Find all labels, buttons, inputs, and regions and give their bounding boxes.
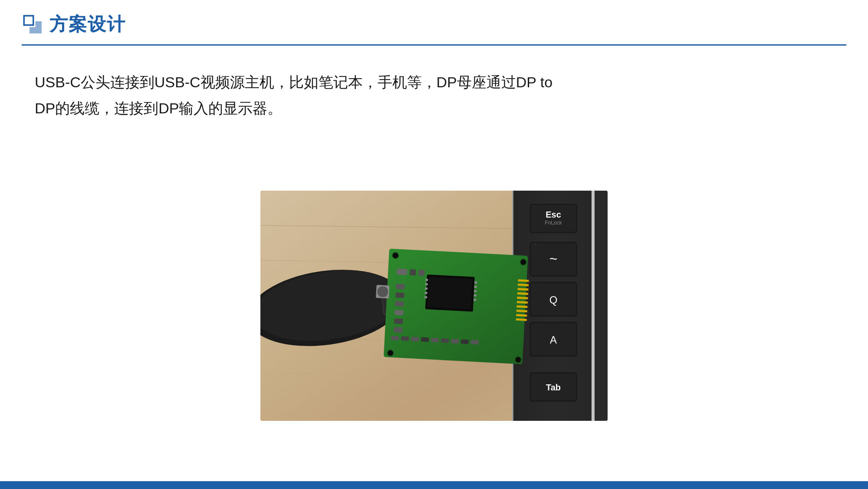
svg-text:`: `	[535, 243, 536, 249]
svg-rect-57	[473, 298, 476, 301]
svg-text:A: A	[550, 334, 557, 346]
header: 方案设计	[0, 0, 868, 46]
svg-rect-67	[397, 268, 408, 275]
description-text: USB-C公头连接到USB-C视频源主机，比如笔记本，手机等，DP母座通过DP …	[35, 69, 833, 121]
svg-rect-59	[401, 336, 409, 341]
svg-rect-70	[396, 284, 405, 289]
svg-rect-72	[395, 301, 404, 307]
svg-rect-49	[425, 283, 428, 285]
svg-rect-62	[431, 337, 439, 342]
svg-rect-73	[395, 310, 404, 315]
svg-rect-66	[471, 340, 479, 344]
svg-rect-54	[474, 285, 477, 287]
svg-rect-3	[25, 17, 33, 24]
svg-rect-51	[425, 291, 427, 294]
title-row: 方案设计	[22, 12, 846, 36]
svg-rect-58	[391, 335, 399, 340]
svg-rect-65	[461, 339, 469, 344]
svg-text:Q: Q	[549, 294, 558, 306]
svg-rect-81	[377, 286, 388, 297]
description-line2: DP的线缆，连接到DP输入的显示器。	[35, 100, 282, 116]
svg-rect-53	[474, 281, 477, 283]
svg-rect-63	[441, 338, 449, 343]
svg-point-76	[392, 252, 399, 258]
svg-rect-56	[473, 294, 476, 296]
svg-rect-55	[474, 290, 477, 292]
svg-point-78	[515, 356, 522, 363]
svg-rect-64	[451, 339, 459, 344]
svg-rect-47	[427, 277, 473, 309]
product-image: Esc FnLock ~ ` Tab Q	[260, 191, 608, 421]
footer-bar	[0, 481, 868, 489]
svg-text:FnLock: FnLock	[545, 220, 562, 226]
section-icon-svg	[22, 13, 43, 35]
svg-rect-69	[418, 269, 425, 276]
svg-rect-52	[424, 296, 427, 298]
page-container: 方案设计 USB-C公头连接到USB-C视频源主机，比如笔记本，手机等，DP母座…	[0, 0, 868, 489]
svg-rect-71	[395, 292, 404, 298]
product-image-svg: Esc FnLock ~ ` Tab Q	[260, 191, 608, 421]
image-container: Esc FnLock ~ ` Tab Q	[35, 147, 833, 464]
content-area: USB-C公头连接到USB-C视频源主机，比如笔记本，手机等，DP母座通过DP …	[0, 46, 868, 481]
section-icon	[22, 13, 42, 35]
svg-rect-74	[394, 318, 403, 324]
svg-text:Tab: Tab	[546, 383, 561, 392]
svg-point-79	[387, 350, 394, 356]
svg-rect-60	[411, 337, 419, 341]
svg-point-77	[520, 259, 526, 265]
svg-rect-75	[394, 327, 403, 333]
svg-rect-68	[410, 269, 416, 275]
svg-text:~: ~	[549, 251, 558, 267]
svg-rect-61	[421, 337, 429, 342]
svg-rect-11	[595, 191, 608, 421]
svg-rect-48	[425, 278, 428, 281]
page-title: 方案设计	[49, 12, 126, 36]
svg-rect-50	[425, 287, 427, 289]
svg-text:Esc: Esc	[546, 210, 561, 219]
description-line1: USB-C公头连接到USB-C视频源主机，比如笔记本，手机等，DP母座通过DP …	[35, 74, 552, 90]
